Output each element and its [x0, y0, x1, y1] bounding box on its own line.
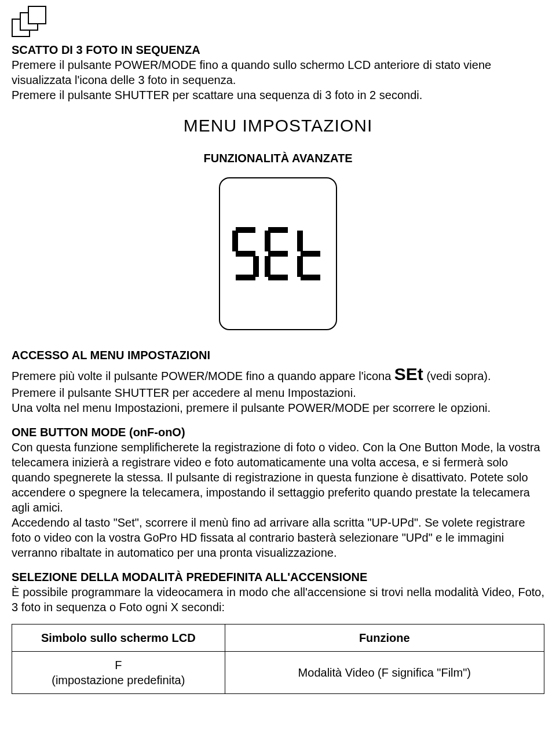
three-photo-sequence-icon — [12, 6, 52, 38]
text: Accedendo al tasto "Set", scorrere il me… — [12, 516, 525, 559]
heading-menu-impostazioni: MENU IMPOSTAZIONI — [12, 114, 544, 137]
text: Premere il pulsante SHUTTER per scattare… — [12, 89, 422, 101]
text: (vedi sopra). — [423, 370, 491, 382]
section-one-button: ONE BUTTON MODE (onF-onO) Con questa fun… — [12, 425, 544, 560]
table-cell-symbol: F (impostazione predefinita) — [12, 652, 225, 694]
table-cell-function: Modalità Video (F significa "Film") — [225, 652, 544, 694]
table-header-symbol: Simbolo sullo schermo LCD — [12, 624, 225, 652]
heading-one-button: ONE BUTTON MODE (onF-onO) — [12, 426, 185, 439]
lcd-set-icon — [230, 227, 326, 280]
text: Premere il pulsante SHUTTER per accedere… — [12, 386, 356, 399]
section-scatto: SCATTO DI 3 FOTO IN SEQUENZA Premere il … — [12, 42, 544, 103]
section-default-mode: SELEZIONE DELLA MODALITÀ PREDEFINITA ALL… — [12, 569, 544, 615]
text: Con questa funzione semplificherete la r… — [12, 441, 540, 514]
mode-table: Simbolo sullo schermo LCD Funzione F (im… — [12, 624, 544, 694]
section-accesso: ACCESSO AL MENU IMPOSTAZIONI Premere più… — [12, 348, 544, 415]
heading-scatto: SCATTO DI 3 FOTO IN SEQUENZA — [12, 43, 200, 56]
text: È possibile programmare la videocamera i… — [12, 585, 544, 615]
subheading-funzionalita: FUNZIONALITÀ AVANZATE — [12, 151, 544, 166]
heading-default-mode: SELEZIONE DELLA MODALITÀ PREDEFINITA ALL… — [12, 571, 367, 583]
text: Premere più volte il pulsante POWER/MODE… — [12, 370, 394, 382]
text: Premere il pulsante POWER/MODE fino a qu… — [12, 59, 491, 86]
table-header-function: Funzione — [225, 624, 544, 652]
lcd-screen-illustration — [219, 177, 337, 330]
heading-accesso: ACCESSO AL MENU IMPOSTAZIONI — [12, 349, 210, 361]
table-row: F (impostazione predefinita) Modalità Vi… — [12, 652, 544, 694]
text: Una volta nel menu Impostazioni, premere… — [12, 401, 491, 414]
set-icon-text: SEt — [394, 364, 423, 384]
